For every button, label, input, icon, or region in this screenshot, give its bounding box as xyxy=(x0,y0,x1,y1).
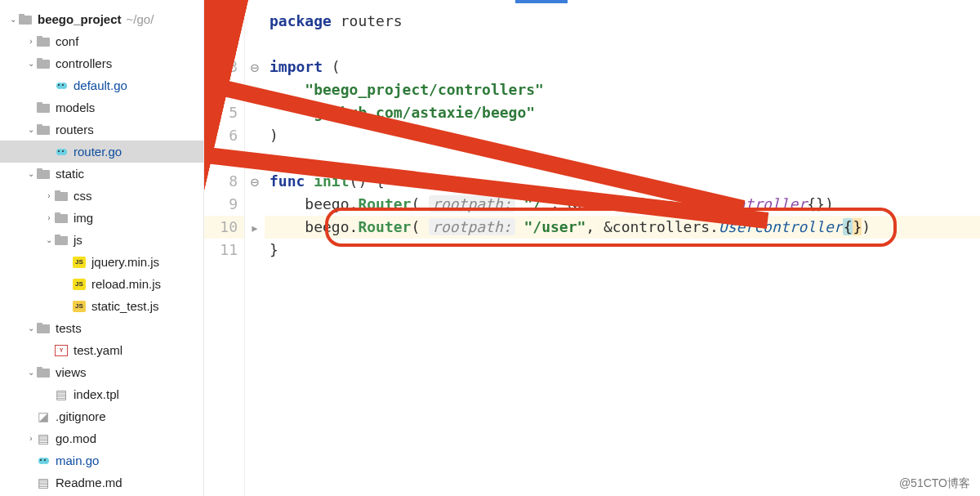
tree-item-label: .gitignore xyxy=(56,409,106,423)
tree-item-label: css xyxy=(74,189,92,203)
tree-item-label: routers xyxy=(56,123,94,136)
code-line[interactable]: ) xyxy=(265,124,980,147)
svg-rect-19 xyxy=(37,168,42,171)
code-line[interactable] xyxy=(265,33,980,56)
tree-item-label: router.go xyxy=(74,145,122,159)
chevron-right-icon[interactable]: › xyxy=(26,434,36,443)
chevron-down-icon[interactable]: ⌄ xyxy=(44,235,54,244)
go-file-icon xyxy=(54,78,69,93)
tree-item[interactable]: router.go xyxy=(0,141,203,163)
tree-root[interactable]: ⌄ beego_project ~/go/ xyxy=(0,8,203,30)
tree-item[interactable]: ⌄controllers xyxy=(0,52,203,74)
tree-item[interactable]: ⌄js xyxy=(0,229,203,251)
chevron-down-icon[interactable]: ⌄ xyxy=(26,169,36,178)
tree-item-label: test.yaml xyxy=(74,343,122,357)
tree-item[interactable]: ⌄tests xyxy=(0,317,203,339)
code-line[interactable] xyxy=(265,147,980,170)
svg-rect-22 xyxy=(55,214,68,223)
tree-item[interactable]: ›conf xyxy=(0,30,203,52)
tree-item[interactable]: ▤index.tpl xyxy=(0,383,203,405)
chevron-down-icon[interactable]: ⌄ xyxy=(26,59,36,68)
tree-root-path: ~/go/ xyxy=(127,12,154,26)
chevron-right-icon[interactable]: › xyxy=(44,191,54,200)
folder-icon xyxy=(36,167,51,181)
tree-item[interactable]: JSreload.min.js xyxy=(0,273,203,295)
tree-item[interactable]: JSjquery.min.js xyxy=(0,251,203,273)
tree-item-label: default.go xyxy=(74,78,127,92)
svg-point-15 xyxy=(60,149,67,155)
svg-point-31 xyxy=(42,458,49,464)
code-editor[interactable]: 1234567891011 ⊖⊖💡▸ package routersimport… xyxy=(204,0,980,496)
svg-rect-23 xyxy=(55,212,60,215)
svg-rect-28 xyxy=(37,369,50,378)
svg-point-33 xyxy=(44,459,46,461)
line-number: 6 xyxy=(204,124,244,147)
svg-point-16 xyxy=(58,150,60,152)
svg-rect-18 xyxy=(37,170,50,179)
tree-item[interactable]: ⌄static xyxy=(0,163,203,185)
code-line[interactable]: func init() { xyxy=(265,170,980,193)
svg-rect-21 xyxy=(55,190,60,193)
svg-rect-12 xyxy=(37,126,50,135)
tree-item[interactable]: JSstatic_test.js xyxy=(0,295,203,317)
svg-rect-1 xyxy=(19,14,24,16)
svg-rect-24 xyxy=(55,236,68,245)
tree-item-label: models xyxy=(56,101,95,114)
line-number: 3 xyxy=(204,56,244,78)
tree-item[interactable]: ›css xyxy=(0,185,203,207)
code-line[interactable]: import ( xyxy=(265,56,980,78)
js-file-icon: JS xyxy=(72,255,87,270)
yaml-file-icon: Y xyxy=(54,343,69,358)
svg-rect-11 xyxy=(37,102,42,105)
svg-rect-13 xyxy=(37,124,42,127)
tree-item[interactable]: main.go xyxy=(0,449,203,471)
svg-rect-10 xyxy=(37,104,50,113)
chevron-down-icon[interactable]: ⌄ xyxy=(26,125,36,134)
tree-item-label: tests xyxy=(56,321,82,335)
tree-item[interactable]: ›▤go.mod xyxy=(0,427,203,449)
svg-point-8 xyxy=(58,84,60,86)
svg-rect-25 xyxy=(55,235,60,237)
svg-rect-0 xyxy=(19,16,32,25)
chevron-down-icon[interactable]: ⌄ xyxy=(8,15,18,24)
code-line[interactable]: "github.com/astaxie/beego" xyxy=(265,101,980,124)
project-tree[interactable]: ⌄ beego_project ~/go/ ›conf⌄controllersd… xyxy=(0,0,204,496)
tree-item[interactable]: ⌄views xyxy=(0,361,203,383)
highlight-box xyxy=(325,208,897,247)
tree-item-label: static_test.js xyxy=(91,299,159,313)
code-line[interactable]: "beego_project/controllers" xyxy=(265,78,980,101)
folder-icon xyxy=(36,321,51,336)
go-file-icon xyxy=(54,145,69,159)
line-number: 5 xyxy=(204,101,244,124)
chevron-down-icon[interactable]: ⌄ xyxy=(26,324,36,333)
tree-item[interactable]: ›img xyxy=(0,207,203,229)
line-number: 9 xyxy=(204,193,244,216)
tree-item[interactable]: ⌄routers xyxy=(0,118,203,141)
watermark: @51CTO博客 xyxy=(899,476,970,491)
fold-toggle-icon[interactable]: ▸ xyxy=(251,219,260,236)
js-file-icon: JS xyxy=(72,277,87,292)
svg-rect-4 xyxy=(37,60,50,69)
fold-toggle-icon[interactable]: ⊖ xyxy=(251,173,260,190)
tree-item[interactable]: models xyxy=(0,96,203,118)
tree-item[interactable]: ▤Readme.md xyxy=(0,471,203,494)
fold-toggle-icon[interactable]: ⊖ xyxy=(251,59,260,76)
tree-item[interactable]: default.go xyxy=(0,74,203,96)
chevron-down-icon[interactable]: ⌄ xyxy=(26,368,36,377)
chevron-right-icon[interactable]: › xyxy=(44,213,54,222)
line-number: 2 xyxy=(204,33,244,56)
svg-rect-27 xyxy=(37,323,42,325)
tree-item[interactable]: ◪.gitignore xyxy=(0,405,203,427)
tree-item-label: controllers xyxy=(56,56,112,70)
tree-item-label: img xyxy=(74,211,93,225)
svg-point-9 xyxy=(62,84,64,86)
code-area[interactable]: package routersimport ( "beego_project/c… xyxy=(265,0,980,496)
chevron-right-icon[interactable]: › xyxy=(26,37,36,46)
folder-icon xyxy=(18,12,33,27)
fold-column[interactable]: ⊖⊖💡▸ xyxy=(245,0,265,496)
gitignore-icon: ◪ xyxy=(36,409,51,424)
code-line[interactable]: package routers xyxy=(265,10,980,33)
folder-icon xyxy=(36,365,51,380)
svg-point-32 xyxy=(40,459,42,461)
tree-item[interactable]: Ytest.yaml xyxy=(0,339,203,361)
